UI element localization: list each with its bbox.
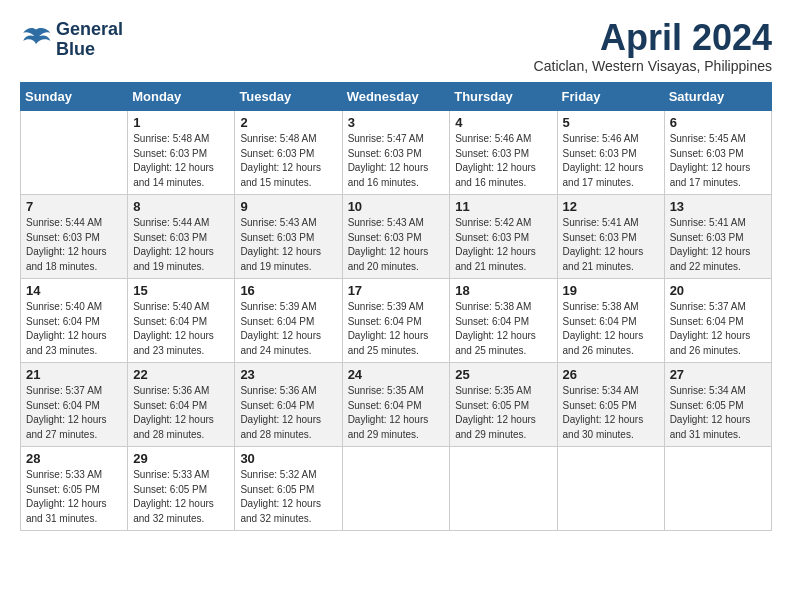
calendar-cell: 22Sunrise: 5:36 AMSunset: 6:04 PMDayligh… <box>128 363 235 447</box>
calendar-cell: 10Sunrise: 5:43 AMSunset: 6:03 PMDayligh… <box>342 195 450 279</box>
calendar-cell: 9Sunrise: 5:43 AMSunset: 6:03 PMDaylight… <box>235 195 342 279</box>
day-info: Sunrise: 5:33 AMSunset: 6:05 PMDaylight:… <box>133 468 229 526</box>
calendar-cell: 16Sunrise: 5:39 AMSunset: 6:04 PMDayligh… <box>235 279 342 363</box>
calendar-cell: 8Sunrise: 5:44 AMSunset: 6:03 PMDaylight… <box>128 195 235 279</box>
day-number: 19 <box>563 283 659 298</box>
day-info: Sunrise: 5:43 AMSunset: 6:03 PMDaylight:… <box>240 216 336 274</box>
day-number: 10 <box>348 199 445 214</box>
day-info: Sunrise: 5:38 AMSunset: 6:04 PMDaylight:… <box>563 300 659 358</box>
header-tuesday: Tuesday <box>235 83 342 111</box>
day-info: Sunrise: 5:34 AMSunset: 6:05 PMDaylight:… <box>670 384 766 442</box>
header-thursday: Thursday <box>450 83 557 111</box>
calendar-cell: 15Sunrise: 5:40 AMSunset: 6:04 PMDayligh… <box>128 279 235 363</box>
header-sunday: Sunday <box>21 83 128 111</box>
calendar-week-row: 21Sunrise: 5:37 AMSunset: 6:04 PMDayligh… <box>21 363 772 447</box>
calendar-cell: 24Sunrise: 5:35 AMSunset: 6:04 PMDayligh… <box>342 363 450 447</box>
logo: General Blue <box>20 20 123 60</box>
day-number: 14 <box>26 283 122 298</box>
calendar-cell <box>450 447 557 531</box>
month-title: April 2024 <box>534 20 772 56</box>
day-info: Sunrise: 5:40 AMSunset: 6:04 PMDaylight:… <box>133 300 229 358</box>
day-info: Sunrise: 5:35 AMSunset: 6:04 PMDaylight:… <box>348 384 445 442</box>
day-number: 7 <box>26 199 122 214</box>
day-info: Sunrise: 5:39 AMSunset: 6:04 PMDaylight:… <box>348 300 445 358</box>
calendar-cell: 17Sunrise: 5:39 AMSunset: 6:04 PMDayligh… <box>342 279 450 363</box>
calendar-cell: 18Sunrise: 5:38 AMSunset: 6:04 PMDayligh… <box>450 279 557 363</box>
calendar-cell: 27Sunrise: 5:34 AMSunset: 6:05 PMDayligh… <box>664 363 771 447</box>
day-number: 17 <box>348 283 445 298</box>
header-monday: Monday <box>128 83 235 111</box>
day-number: 13 <box>670 199 766 214</box>
day-number: 12 <box>563 199 659 214</box>
day-info: Sunrise: 5:35 AMSunset: 6:05 PMDaylight:… <box>455 384 551 442</box>
day-number: 23 <box>240 367 336 382</box>
calendar-week-row: 28Sunrise: 5:33 AMSunset: 6:05 PMDayligh… <box>21 447 772 531</box>
calendar-cell <box>21 111 128 195</box>
calendar-cell: 7Sunrise: 5:44 AMSunset: 6:03 PMDaylight… <box>21 195 128 279</box>
header-saturday: Saturday <box>664 83 771 111</box>
calendar-cell: 30Sunrise: 5:32 AMSunset: 6:05 PMDayligh… <box>235 447 342 531</box>
calendar-header-row: SundayMondayTuesdayWednesdayThursdayFrid… <box>21 83 772 111</box>
day-info: Sunrise: 5:47 AMSunset: 6:03 PMDaylight:… <box>348 132 445 190</box>
day-info: Sunrise: 5:37 AMSunset: 6:04 PMDaylight:… <box>670 300 766 358</box>
day-info: Sunrise: 5:41 AMSunset: 6:03 PMDaylight:… <box>563 216 659 274</box>
day-number: 20 <box>670 283 766 298</box>
day-number: 5 <box>563 115 659 130</box>
day-number: 24 <box>348 367 445 382</box>
day-number: 21 <box>26 367 122 382</box>
calendar-cell: 6Sunrise: 5:45 AMSunset: 6:03 PMDaylight… <box>664 111 771 195</box>
day-info: Sunrise: 5:48 AMSunset: 6:03 PMDaylight:… <box>133 132 229 190</box>
calendar-week-row: 7Sunrise: 5:44 AMSunset: 6:03 PMDaylight… <box>21 195 772 279</box>
calendar-cell: 14Sunrise: 5:40 AMSunset: 6:04 PMDayligh… <box>21 279 128 363</box>
calendar-cell: 20Sunrise: 5:37 AMSunset: 6:04 PMDayligh… <box>664 279 771 363</box>
day-number: 26 <box>563 367 659 382</box>
day-number: 2 <box>240 115 336 130</box>
day-number: 29 <box>133 451 229 466</box>
calendar-cell: 21Sunrise: 5:37 AMSunset: 6:04 PMDayligh… <box>21 363 128 447</box>
calendar-cell <box>664 447 771 531</box>
day-number: 4 <box>455 115 551 130</box>
calendar-cell <box>557 447 664 531</box>
day-info: Sunrise: 5:46 AMSunset: 6:03 PMDaylight:… <box>563 132 659 190</box>
day-info: Sunrise: 5:36 AMSunset: 6:04 PMDaylight:… <box>240 384 336 442</box>
day-info: Sunrise: 5:44 AMSunset: 6:03 PMDaylight:… <box>133 216 229 274</box>
header-wednesday: Wednesday <box>342 83 450 111</box>
day-info: Sunrise: 5:33 AMSunset: 6:05 PMDaylight:… <box>26 468 122 526</box>
day-info: Sunrise: 5:38 AMSunset: 6:04 PMDaylight:… <box>455 300 551 358</box>
day-number: 25 <box>455 367 551 382</box>
day-number: 27 <box>670 367 766 382</box>
calendar-cell: 11Sunrise: 5:42 AMSunset: 6:03 PMDayligh… <box>450 195 557 279</box>
calendar-cell: 12Sunrise: 5:41 AMSunset: 6:03 PMDayligh… <box>557 195 664 279</box>
calendar-cell: 19Sunrise: 5:38 AMSunset: 6:04 PMDayligh… <box>557 279 664 363</box>
day-number: 28 <box>26 451 122 466</box>
calendar-cell: 28Sunrise: 5:33 AMSunset: 6:05 PMDayligh… <box>21 447 128 531</box>
day-info: Sunrise: 5:34 AMSunset: 6:05 PMDaylight:… <box>563 384 659 442</box>
calendar-cell: 29Sunrise: 5:33 AMSunset: 6:05 PMDayligh… <box>128 447 235 531</box>
calendar-cell: 23Sunrise: 5:36 AMSunset: 6:04 PMDayligh… <box>235 363 342 447</box>
logo-text: General Blue <box>56 20 123 60</box>
day-info: Sunrise: 5:43 AMSunset: 6:03 PMDaylight:… <box>348 216 445 274</box>
calendar-cell: 5Sunrise: 5:46 AMSunset: 6:03 PMDaylight… <box>557 111 664 195</box>
calendar-cell: 2Sunrise: 5:48 AMSunset: 6:03 PMDaylight… <box>235 111 342 195</box>
day-info: Sunrise: 5:36 AMSunset: 6:04 PMDaylight:… <box>133 384 229 442</box>
calendar-cell: 25Sunrise: 5:35 AMSunset: 6:05 PMDayligh… <box>450 363 557 447</box>
logo-bird-icon <box>20 26 52 54</box>
location-subtitle: Caticlan, Western Visayas, Philippines <box>534 58 772 74</box>
day-number: 30 <box>240 451 336 466</box>
header-friday: Friday <box>557 83 664 111</box>
day-number: 15 <box>133 283 229 298</box>
day-number: 8 <box>133 199 229 214</box>
day-number: 11 <box>455 199 551 214</box>
day-number: 16 <box>240 283 336 298</box>
day-info: Sunrise: 5:41 AMSunset: 6:03 PMDaylight:… <box>670 216 766 274</box>
day-number: 3 <box>348 115 445 130</box>
day-info: Sunrise: 5:39 AMSunset: 6:04 PMDaylight:… <box>240 300 336 358</box>
calendar-week-row: 14Sunrise: 5:40 AMSunset: 6:04 PMDayligh… <box>21 279 772 363</box>
calendar-cell: 3Sunrise: 5:47 AMSunset: 6:03 PMDaylight… <box>342 111 450 195</box>
calendar-cell: 26Sunrise: 5:34 AMSunset: 6:05 PMDayligh… <box>557 363 664 447</box>
calendar-week-row: 1Sunrise: 5:48 AMSunset: 6:03 PMDaylight… <box>21 111 772 195</box>
day-info: Sunrise: 5:48 AMSunset: 6:03 PMDaylight:… <box>240 132 336 190</box>
calendar-table: SundayMondayTuesdayWednesdayThursdayFrid… <box>20 82 772 531</box>
calendar-cell: 1Sunrise: 5:48 AMSunset: 6:03 PMDaylight… <box>128 111 235 195</box>
day-number: 22 <box>133 367 229 382</box>
